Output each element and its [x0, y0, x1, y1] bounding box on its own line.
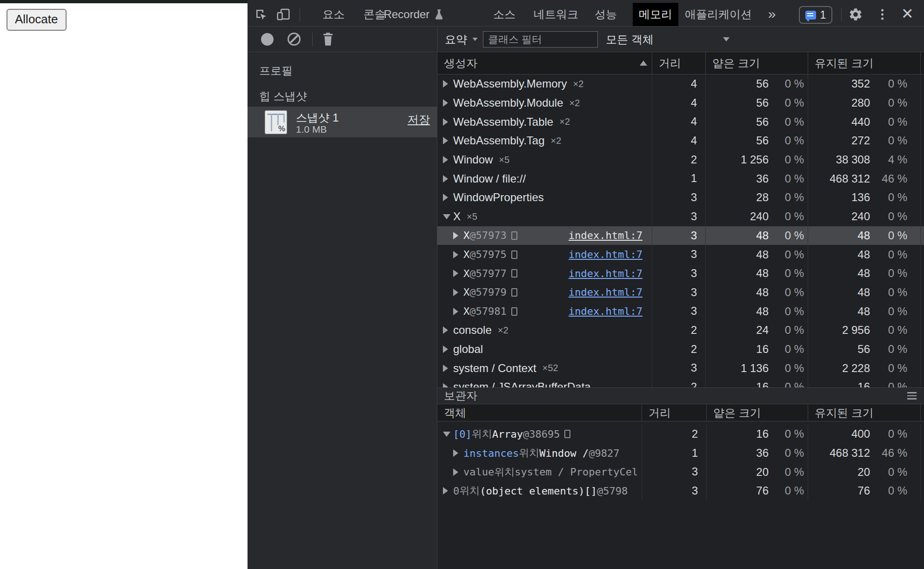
size-percent: 0 %	[769, 362, 804, 375]
size-cell: 160 %	[706, 340, 808, 359]
column-header-constructor[interactable]: 생성자	[437, 52, 652, 74]
preview-box-icon[interactable]	[511, 269, 517, 278]
column-header-object[interactable]: 객체	[437, 405, 642, 421]
distance-cell: 3	[652, 302, 706, 321]
tab-application[interactable]: 애플리케이션	[685, 3, 752, 26]
table-row[interactable]: system / Context×5231 1360 %2 2280 %	[437, 359, 924, 378]
table-row[interactable]: X @57975index.html:73480 %480 %	[437, 245, 924, 264]
expand-arrow[interactable]	[453, 308, 463, 315]
table-row[interactable]: system / JSArrayBufferData2160 %160 %	[437, 378, 924, 387]
table-row[interactable]: Window / file://1360 %468 31246 %	[437, 169, 924, 188]
constructor-cell: X @57981index.html:7	[437, 302, 652, 321]
table-row[interactable]: 0 위치 (object elements)[] @57983760 %760 …	[437, 481, 924, 501]
table-row[interactable]: console×22240 %2 9560 %	[437, 321, 924, 340]
table-row[interactable]: WebAssembly.Memory×24560 %3520 %	[437, 75, 924, 94]
expand-arrow[interactable]	[443, 156, 453, 163]
tab-memory[interactable]: 메모리	[633, 3, 678, 26]
expand-arrow[interactable]	[453, 468, 463, 476]
more-options-icon[interactable]	[879, 7, 885, 22]
expand-arrow[interactable]	[443, 80, 453, 88]
table-row[interactable]: WindowProperties3280 %1360 %	[437, 188, 924, 207]
size-cell: 480 %	[808, 226, 921, 245]
table-row[interactable]: WebAssembly.Table×24560 %4400 %	[437, 112, 924, 131]
inspect-element-icon[interactable]	[253, 7, 269, 22]
preview-box-icon[interactable]	[511, 288, 517, 297]
table-row[interactable]: WebAssembly.Module×24560 %2800 %	[437, 94, 924, 113]
class-filter-input[interactable]	[483, 31, 598, 47]
expand-arrow[interactable]	[453, 289, 463, 296]
source-link[interactable]: index.html:7	[569, 230, 643, 241]
table-row[interactable]: X @57979index.html:73480 %480 %	[437, 283, 924, 302]
expand-arrow[interactable]	[443, 326, 453, 334]
table-row[interactable]: Window×521 2560 %38 3084 %	[437, 150, 924, 169]
source-link[interactable]: index.html:7	[569, 249, 643, 260]
expand-arrow[interactable]	[453, 232, 463, 239]
table-row[interactable]: instances 위치 Window / @98271360 %468 312…	[437, 444, 924, 463]
clear-all-profiles-icon[interactable]	[288, 33, 301, 46]
object-filter-select[interactable]: 모든 객체	[606, 27, 654, 52]
expand-arrow[interactable]	[443, 487, 453, 494]
preview-box-icon[interactable]	[511, 251, 517, 259]
column-header-distance[interactable]: 거리	[652, 52, 706, 74]
expand-arrow[interactable]	[443, 99, 453, 107]
constructor-cell: system / Context×52	[437, 359, 652, 378]
table-row[interactable]: value 위치 system / PropertyCel3200 %200 %	[437, 462, 924, 481]
size-cell: 480 %	[706, 283, 808, 302]
chevron-down-icon[interactable]	[723, 37, 730, 41]
table-row[interactable]: global2160 %560 %	[437, 340, 924, 359]
source-link[interactable]: index.html:7	[569, 286, 643, 298]
expand-arrow[interactable]	[453, 270, 463, 277]
column-header-retained-size[interactable]: 유지된 크기	[808, 52, 921, 74]
retainers-menu-icon[interactable]	[907, 392, 917, 400]
tab-recorder[interactable]: Recorder	[384, 3, 444, 26]
table-row[interactable]: X×532400 %2400 %	[437, 207, 924, 226]
expand-arrow[interactable]	[443, 118, 453, 126]
source-link[interactable]: index.html:7	[569, 305, 643, 317]
delete-profile-icon[interactable]	[322, 32, 334, 46]
table-row[interactable]: X @57977index.html:73480 %480 %	[437, 264, 924, 283]
source-link[interactable]: index.html:7	[569, 268, 643, 279]
perspective-select[interactable]: 요약	[445, 27, 478, 52]
column-header-retained-size[interactable]: 유지된 크기	[808, 405, 921, 421]
table-row[interactable]: X @57973index.html:73480 %480 %	[437, 226, 924, 245]
record-heap-snapshot-icon[interactable]	[261, 33, 274, 46]
expand-arrow[interactable]	[453, 251, 463, 258]
preview-box-icon[interactable]	[564, 430, 570, 438]
expand-arrow[interactable]	[443, 383, 453, 387]
expand-arrow[interactable]	[453, 449, 463, 457]
expand-arrow[interactable]	[443, 137, 453, 144]
expand-arrow[interactable]	[443, 214, 453, 219]
close-devtools-icon[interactable]: ×	[902, 3, 913, 26]
tab-network[interactable]: 네트워크	[534, 3, 578, 26]
tab-console[interactable]: 콘솔	[363, 3, 386, 26]
device-toolbar-icon[interactable]	[275, 7, 291, 22]
size-percent: 0 %	[769, 447, 804, 460]
preview-box-icon[interactable]	[511, 231, 517, 240]
column-header-distance[interactable]: 거리	[642, 405, 707, 421]
snapshot-list-item[interactable]: % 스냅샷 1 1.0 MB 저장	[248, 107, 437, 137]
tab-performance[interactable]: 성능	[595, 3, 617, 26]
issues-button[interactable]: 1	[799, 6, 832, 24]
expand-arrow[interactable]	[443, 432, 453, 437]
settings-gear-icon[interactable]	[848, 7, 864, 22]
column-header-shallow-size[interactable]: 얕은 크기	[706, 52, 808, 74]
tab-sources[interactable]: 소스	[493, 3, 516, 26]
more-tabs-chevron-icon[interactable]: »	[768, 3, 776, 26]
expand-arrow[interactable]	[443, 194, 453, 201]
expand-arrow[interactable]	[443, 365, 453, 372]
column-header-shallow-size[interactable]: 얕은 크기	[707, 405, 808, 421]
size-value: 48	[808, 229, 870, 242]
table-row[interactable]: X @57981index.html:73480 %480 %	[437, 302, 924, 321]
preview-box-icon[interactable]	[511, 307, 517, 316]
size-value: 468 312	[808, 172, 870, 185]
expand-arrow[interactable]	[443, 345, 453, 353]
tab-elements[interactable]: 요소	[322, 3, 345, 26]
allocate-button[interactable]: Allocate	[7, 9, 67, 31]
sort-ascending-icon	[640, 61, 647, 66]
save-snapshot-link[interactable]: 저장	[408, 112, 430, 127]
size-cell: 760 %	[707, 481, 808, 501]
expand-arrow[interactable]	[443, 175, 453, 183]
size-value: 16	[706, 380, 769, 387]
table-row[interactable]: [0] 위치 Array @386952160 %4000 %	[437, 425, 924, 444]
table-row[interactable]: WebAssembly.Tag×24560 %2720 %	[437, 131, 924, 150]
